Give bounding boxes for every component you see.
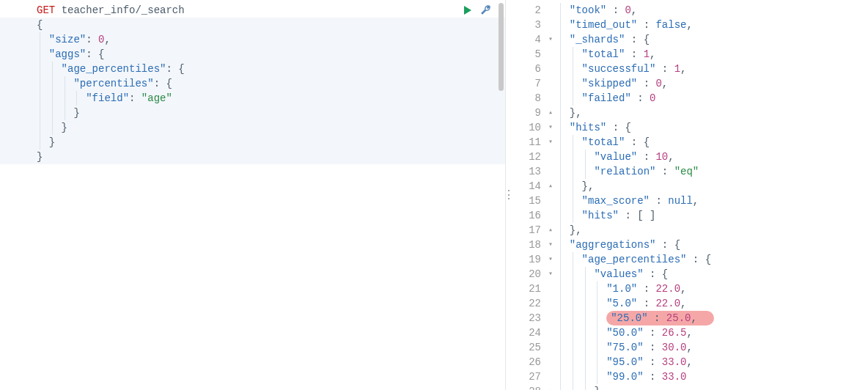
- response-line[interactable]: 21 "1.0" : 22.0,: [512, 282, 714, 296]
- token-punc: :: [644, 327, 662, 339]
- code-content: "successful" : 1,: [557, 62, 686, 76]
- response-line[interactable]: 27 "99.0" : 33.0: [512, 369, 714, 384]
- line-number: 3: [512, 18, 548, 32]
- request-line[interactable]: "size": 0,: [0, 32, 505, 47]
- response-line[interactable]: 24 "50.0" : 26.5,: [512, 325, 714, 340]
- response-line[interactable]: 4▾ "_shards" : {: [512, 32, 714, 47]
- request-line[interactable]: "field": "age": [0, 91, 505, 106]
- indent-guide: [560, 18, 561, 32]
- token-num: 26.5: [662, 327, 687, 339]
- panel-resizer[interactable]: ⋮: [506, 0, 512, 390]
- response-line[interactable]: 6 "successful" : 1,: [512, 62, 714, 76]
- response-line[interactable]: 26 "95.0" : 33.0,: [512, 355, 714, 369]
- indent-guide: [560, 3, 561, 18]
- fold-toggle[interactable]: ▴: [548, 106, 557, 120]
- response-line[interactable]: 25 "75.0" : 30.0,: [512, 340, 714, 355]
- response-line[interactable]: 7 "skipped" : 0,: [512, 76, 714, 91]
- options-button[interactable]: [480, 4, 492, 16]
- line-number: 15: [512, 194, 548, 208]
- token-key: "_shards": [570, 34, 625, 45]
- run-query-button[interactable]: [463, 4, 473, 16]
- response-line[interactable]: 20▾ "values" : {: [512, 267, 714, 282]
- fold-toggle[interactable]: ▾: [548, 252, 557, 267]
- request-line[interactable]: }: [0, 120, 505, 135]
- response-viewer[interactable]: 2 "took" : 0,3 "timed_out" : false,4▾ "_…: [512, 0, 714, 390]
- request-toolbar: [463, 4, 492, 16]
- code-content: "total" : 1,: [557, 47, 655, 62]
- code-content: "95.0" : 33.0,: [557, 355, 693, 369]
- indent-guide: [560, 384, 561, 390]
- indent-guide: [560, 252, 561, 267]
- token-punc: : {: [166, 63, 184, 75]
- response-line[interactable]: 23 "25.0" : 25.0,: [512, 311, 714, 325]
- token-key: "total": [582, 48, 625, 60]
- response-line[interactable]: 17▴ },: [512, 223, 714, 238]
- indent-guide: [40, 120, 40, 135]
- fold-toggle[interactable]: ▴: [548, 384, 557, 390]
- token-punc: ,: [631, 4, 637, 16]
- indent-guide: [585, 384, 586, 390]
- line-number: 13: [512, 164, 548, 179]
- fold-toggle: [548, 325, 557, 340]
- response-line[interactable]: 18▾ "aggregations" : {: [512, 238, 714, 252]
- code-content: "values" : {: [557, 267, 668, 282]
- response-line[interactable]: 2 "took" : 0,: [512, 3, 714, 18]
- gutter-left: [0, 18, 37, 32]
- token-bool: false: [655, 19, 686, 31]
- indent-guide: [585, 267, 586, 282]
- response-line[interactable]: 9▴ },: [512, 106, 714, 120]
- token-key: "50.0": [606, 327, 643, 339]
- request-line[interactable]: }: [0, 135, 505, 150]
- indent-guide: [573, 282, 573, 296]
- request-line[interactable]: "aggs": {: [0, 47, 505, 62]
- request-editor[interactable]: GET teacher_info/_search{ "size": 0, "ag…: [0, 0, 505, 167]
- indent-guide: [560, 194, 561, 208]
- token-punc: :: [631, 92, 650, 104]
- token-punc: ,: [686, 356, 692, 368]
- code-content: "50.0" : 26.5,: [557, 325, 693, 340]
- response-line[interactable]: 16 "hits" : [ ]: [512, 208, 714, 223]
- fold-toggle[interactable]: ▾: [548, 135, 557, 150]
- response-line[interactable]: 14▴ },: [512, 179, 714, 194]
- request-line[interactable]: "percentiles": {: [0, 76, 505, 91]
- fold-toggle[interactable]: ▾: [548, 120, 557, 135]
- response-line[interactable]: 12 "value" : 10,: [512, 150, 714, 164]
- response-line[interactable]: 8 "failed" : 0: [512, 91, 714, 106]
- scrollbar-track[interactable]: [498, 0, 505, 161]
- indent-guide: [585, 311, 586, 325]
- scrollbar-thumb[interactable]: [499, 3, 504, 91]
- line-number: 2: [512, 3, 548, 18]
- response-line[interactable]: 11▾ "total" : {: [512, 135, 714, 150]
- token-key: "total": [582, 136, 625, 148]
- indent-guide: [560, 208, 561, 223]
- indent-guide: [52, 106, 53, 120]
- code-content: "total" : {: [557, 135, 650, 150]
- response-line[interactable]: 15 "max_score" : null,: [512, 194, 714, 208]
- response-line[interactable]: 22 "5.0" : 22.0,: [512, 296, 714, 311]
- indent-guide: [560, 32, 561, 47]
- code-content: "75.0" : 30.0,: [557, 340, 693, 355]
- fold-toggle[interactable]: ▾: [548, 32, 557, 47]
- request-line[interactable]: GET teacher_info/_search: [0, 3, 505, 18]
- response-line[interactable]: 19▾ "age_percentiles" : {: [512, 252, 714, 267]
- request-line[interactable]: "age_percentiles": {: [0, 62, 505, 76]
- response-line[interactable]: 5 "total" : 1,: [512, 47, 714, 62]
- line-number: 25: [512, 340, 548, 355]
- fold-toggle: [548, 18, 557, 32]
- fold-toggle: [548, 76, 557, 91]
- response-line[interactable]: 13 "relation" : "eq": [512, 164, 714, 179]
- request-line[interactable]: {: [0, 18, 505, 32]
- fold-toggle[interactable]: ▴: [548, 223, 557, 238]
- response-line[interactable]: 28▴ }: [512, 384, 714, 390]
- fold-toggle[interactable]: ▾: [548, 267, 557, 282]
- line-number: 4: [512, 32, 548, 47]
- request-line[interactable]: }: [0, 150, 505, 164]
- fold-toggle[interactable]: ▴: [548, 179, 557, 194]
- fold-toggle: [548, 91, 557, 106]
- line-number: 9: [512, 106, 548, 120]
- response-line[interactable]: 10▾ "hits" : {: [512, 120, 714, 135]
- fold-toggle[interactable]: ▾: [548, 238, 557, 252]
- token-punc: ,: [668, 151, 674, 163]
- request-line[interactable]: }: [0, 106, 505, 120]
- response-line[interactable]: 3 "timed_out" : false,: [512, 18, 714, 32]
